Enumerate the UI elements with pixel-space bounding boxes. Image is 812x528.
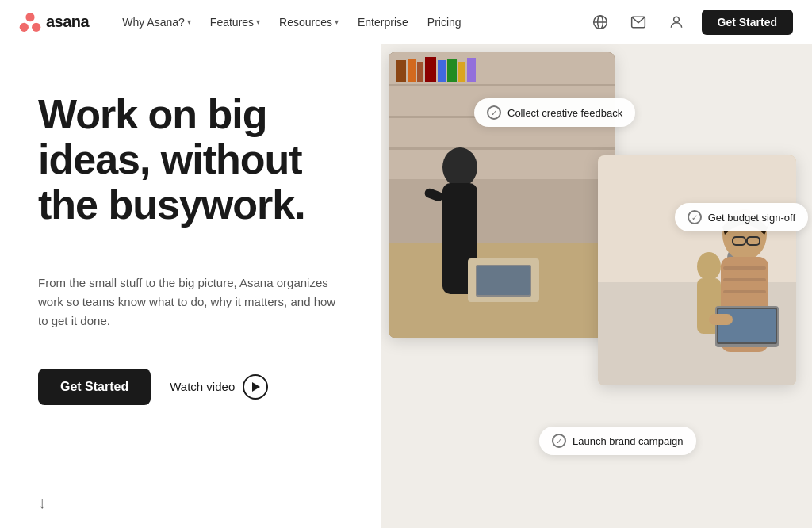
mail-icon xyxy=(630,14,646,30)
hero-left-panel: Work on big ideas, without the busywork.… xyxy=(0,44,381,528)
nav-right-actions: Get Started xyxy=(588,10,793,35)
svg-rect-14 xyxy=(408,59,416,82)
svg-rect-18 xyxy=(447,59,457,82)
photo-secondary-svg xyxy=(598,155,796,385)
photo-main xyxy=(389,52,615,338)
photo-main-svg xyxy=(389,52,615,338)
task-collect-label: Collect creative feedback xyxy=(508,107,622,119)
chevron-down-icon: ▾ xyxy=(256,17,260,26)
task-bubble-collect: ✓ Collect creative feedback xyxy=(474,98,635,127)
hero-title: Work on big ideas, without the busywork. xyxy=(38,92,343,228)
nav-links: Why Asana? ▾ Features ▾ Resources ▾ Ente… xyxy=(114,11,587,33)
photo-secondary xyxy=(598,155,796,385)
photo-secondary-inner xyxy=(598,155,796,385)
nav-enterprise[interactable]: Enterprise xyxy=(350,11,416,33)
globe-icon xyxy=(592,14,608,30)
svg-point-7 xyxy=(673,17,679,22)
watch-video-label: Watch video xyxy=(170,380,235,393)
svg-rect-19 xyxy=(458,62,465,82)
logo-text: asana xyxy=(46,13,89,31)
svg-rect-15 xyxy=(417,62,423,82)
mail-button[interactable] xyxy=(626,10,651,35)
user-button[interactable] xyxy=(664,10,689,35)
check-circle-icon: ✓ xyxy=(487,105,501,120)
check-circle-icon-3: ✓ xyxy=(552,434,566,448)
svg-rect-42 xyxy=(709,314,733,325)
svg-rect-37 xyxy=(723,278,766,281)
svg-rect-27 xyxy=(477,266,530,295)
check-circle-icon-2: ✓ xyxy=(688,210,702,224)
chevron-down-icon: ▾ xyxy=(335,17,339,26)
svg-rect-16 xyxy=(425,57,436,82)
nav-features[interactable]: Features ▾ xyxy=(202,11,268,33)
svg-point-1 xyxy=(20,22,29,31)
hero-description: From the small stuff to the big picture,… xyxy=(38,274,339,331)
hero-get-started-button[interactable]: Get Started xyxy=(38,369,151,405)
nav-get-started-button[interactable]: Get Started xyxy=(702,10,793,35)
scroll-down-arrow: ↓ xyxy=(38,494,46,512)
hero-actions: Get Started Watch video xyxy=(38,369,343,405)
nav-why-asana[interactable]: Why Asana? ▾ xyxy=(114,11,199,33)
photo-main-inner xyxy=(389,52,615,338)
logo-link[interactable]: asana xyxy=(19,11,89,33)
svg-rect-20 xyxy=(467,58,476,82)
task-budget-label: Get budget sign-off xyxy=(708,212,795,224)
svg-rect-13 xyxy=(396,60,406,82)
svg-rect-17 xyxy=(438,60,446,82)
user-icon xyxy=(668,14,684,30)
svg-point-30 xyxy=(697,252,721,281)
svg-rect-38 xyxy=(723,290,766,293)
watch-video-button[interactable]: Watch video xyxy=(170,374,268,400)
play-triangle-icon xyxy=(252,382,260,392)
hero-right-panel: ✓ Collect creative feedback ✓ Get budget… xyxy=(381,44,812,528)
svg-rect-36 xyxy=(723,266,766,270)
main-content: Work on big ideas, without the busywork.… xyxy=(0,44,812,528)
task-bubble-budget: ✓ Get budget sign-off xyxy=(675,203,808,231)
svg-point-0 xyxy=(25,13,34,21)
task-bubble-launch: ✓ Launch brand campaign xyxy=(539,427,696,455)
svg-rect-10 xyxy=(389,84,615,86)
globe-button[interactable] xyxy=(588,10,613,35)
navbar: asana Why Asana? ▾ Features ▾ Resources … xyxy=(0,0,812,44)
svg-point-2 xyxy=(32,22,40,31)
nav-resources[interactable]: Resources ▾ xyxy=(271,11,347,33)
asana-logo-icon xyxy=(19,11,41,33)
hero-divider xyxy=(38,254,76,254)
task-launch-label: Launch brand campaign xyxy=(573,435,684,447)
svg-rect-12 xyxy=(389,147,615,150)
image-collage: ✓ Collect creative feedback ✓ Get budget… xyxy=(381,44,812,528)
nav-pricing[interactable]: Pricing xyxy=(419,11,469,33)
svg-point-22 xyxy=(442,147,477,187)
chevron-down-icon: ▾ xyxy=(187,17,191,26)
play-circle-icon xyxy=(243,374,268,400)
